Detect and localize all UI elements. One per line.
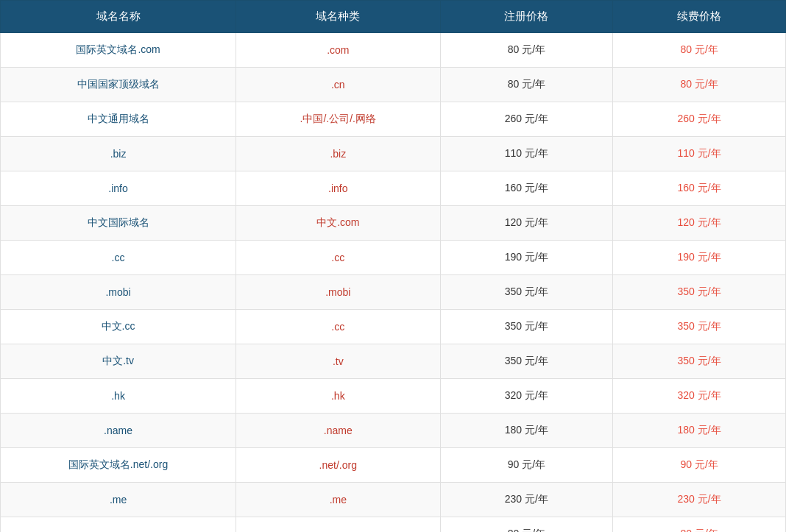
cell-domain-type: .mobi: [236, 275, 440, 310]
table-row: .wang.wang80 元/年80 元/年: [1, 517, 786, 533]
cell-domain-type: .tv: [236, 344, 440, 379]
cell-register-price: 80 元/年: [440, 517, 613, 533]
cell-domain-name: 国际英文域名.com: [1, 33, 236, 68]
cell-renew-price: 110 元/年: [613, 137, 786, 171]
cell-domain-name: 中国国家顶级域名: [1, 68, 236, 102]
cell-renew-price: 190 元/年: [613, 241, 786, 275]
cell-renew-price: 350 元/年: [613, 275, 786, 310]
cell-domain-name: .cc: [1, 241, 236, 275]
cell-domain-name: 中文.tv: [1, 344, 236, 379]
cell-renew-price: 90 元/年: [613, 448, 786, 483]
cell-renew-price: 80 元/年: [613, 517, 786, 533]
cell-register-price: 190 元/年: [440, 241, 613, 275]
cell-domain-name: .info: [1, 171, 236, 206]
cell-register-price: 260 元/年: [440, 102, 613, 137]
cell-register-price: 180 元/年: [440, 414, 613, 448]
table-row: 国际英文域名.com.com80 元/年80 元/年: [1, 33, 786, 68]
col-header-register-price: 注册价格: [440, 1, 613, 33]
col-header-type: 域名种类: [236, 1, 440, 33]
cell-register-price: 230 元/年: [440, 483, 613, 517]
cell-domain-type: 中文.com: [236, 206, 440, 241]
cell-domain-type: .info: [236, 171, 440, 206]
table-row: .biz.biz110 元/年110 元/年: [1, 137, 786, 171]
cell-domain-name: 中文通用域名: [1, 102, 236, 137]
table-header: 域名名称 域名种类 注册价格 续费价格: [1, 1, 786, 33]
cell-renew-price: 320 元/年: [613, 379, 786, 414]
cell-domain-type: .name: [236, 414, 440, 448]
cell-register-price: 320 元/年: [440, 379, 613, 414]
cell-register-price: 350 元/年: [440, 275, 613, 310]
cell-renew-price: 260 元/年: [613, 102, 786, 137]
cell-register-price: 350 元/年: [440, 310, 613, 344]
table-row: .info.info160 元/年160 元/年: [1, 171, 786, 206]
cell-register-price: 80 元/年: [440, 33, 613, 68]
cell-domain-type: .中国/.公司/.网络: [236, 102, 440, 137]
cell-domain-type: .hk: [236, 379, 440, 414]
cell-domain-type: .biz: [236, 137, 440, 171]
cell-domain-name: .biz: [1, 137, 236, 171]
table-body: 国际英文域名.com.com80 元/年80 元/年中国国家顶级域名.cn80 …: [1, 33, 786, 533]
cell-renew-price: 80 元/年: [613, 68, 786, 102]
table-row: .me.me230 元/年230 元/年: [1, 483, 786, 517]
cell-renew-price: 350 元/年: [613, 310, 786, 344]
domain-price-table: 域名名称 域名种类 注册价格 续费价格 国际英文域名.com.com80 元/年…: [0, 0, 786, 532]
table-row: .hk.hk320 元/年320 元/年: [1, 379, 786, 414]
cell-register-price: 110 元/年: [440, 137, 613, 171]
cell-renew-price: 120 元/年: [613, 206, 786, 241]
cell-domain-name: 中文.cc: [1, 310, 236, 344]
cell-domain-type: .cn: [236, 68, 440, 102]
table-row: 中文.cc.cc350 元/年350 元/年: [1, 310, 786, 344]
table-row: 中文通用域名.中国/.公司/.网络260 元/年260 元/年: [1, 102, 786, 137]
cell-domain-type: .com: [236, 33, 440, 68]
cell-domain-name: .me: [1, 483, 236, 517]
col-header-name: 域名名称: [1, 1, 236, 33]
table-row: 中国国家顶级域名.cn80 元/年80 元/年: [1, 68, 786, 102]
cell-domain-name: .wang: [1, 517, 236, 533]
table-row: 国际英文域名.net/.org.net/.org90 元/年90 元/年: [1, 448, 786, 483]
cell-domain-name: .mobi: [1, 275, 236, 310]
header-row: 域名名称 域名种类 注册价格 续费价格: [1, 1, 786, 33]
domain-price-table-container: 域名名称 域名种类 注册价格 续费价格 国际英文域名.com.com80 元/年…: [0, 0, 786, 532]
cell-register-price: 160 元/年: [440, 171, 613, 206]
table-row: .mobi.mobi350 元/年350 元/年: [1, 275, 786, 310]
cell-domain-type: .wang: [236, 517, 440, 533]
table-row: 中文.tv.tv350 元/年350 元/年: [1, 344, 786, 379]
table-row: .cc.cc190 元/年190 元/年: [1, 241, 786, 275]
cell-domain-name: .hk: [1, 379, 236, 414]
cell-renew-price: 180 元/年: [613, 414, 786, 448]
cell-domain-name: 国际英文域名.net/.org: [1, 448, 236, 483]
table-row: .name.name180 元/年180 元/年: [1, 414, 786, 448]
cell-domain-type: .net/.org: [236, 448, 440, 483]
cell-register-price: 120 元/年: [440, 206, 613, 241]
cell-domain-name: 中文国际域名: [1, 206, 236, 241]
cell-register-price: 350 元/年: [440, 344, 613, 379]
cell-domain-type: .cc: [236, 310, 440, 344]
cell-renew-price: 350 元/年: [613, 344, 786, 379]
cell-renew-price: 160 元/年: [613, 171, 786, 206]
cell-domain-type: .cc: [236, 241, 440, 275]
cell-register-price: 90 元/年: [440, 448, 613, 483]
cell-renew-price: 230 元/年: [613, 483, 786, 517]
col-header-renew-price: 续费价格: [613, 1, 786, 33]
cell-domain-name: .name: [1, 414, 236, 448]
cell-renew-price: 80 元/年: [613, 33, 786, 68]
table-row: 中文国际域名中文.com120 元/年120 元/年: [1, 206, 786, 241]
cell-register-price: 80 元/年: [440, 68, 613, 102]
cell-domain-type: .me: [236, 483, 440, 517]
